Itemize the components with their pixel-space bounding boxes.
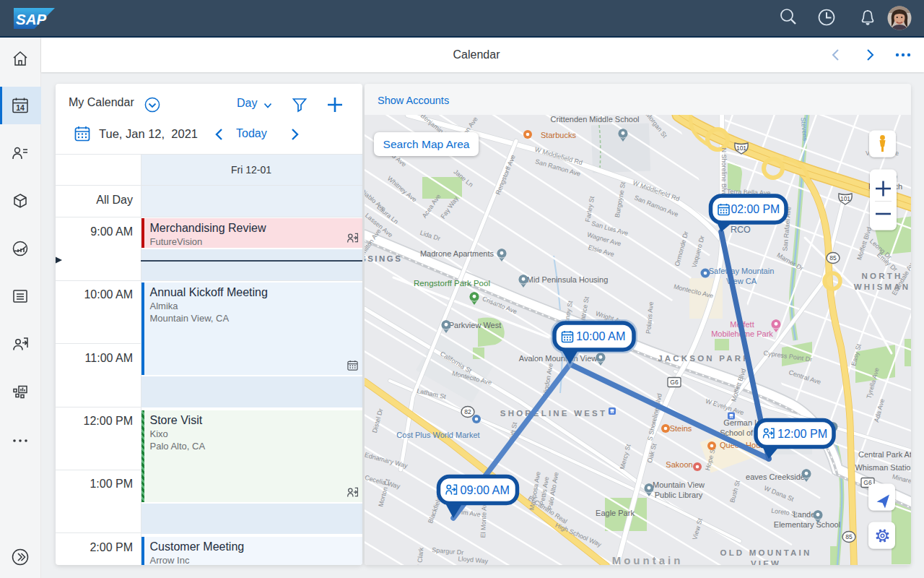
svg-text:Madrone Apartments: Madrone Apartments <box>420 249 494 258</box>
svg-text:SHORELINE WEST: SHORELINE WEST <box>500 409 607 418</box>
svg-text:NORTH: NORTH <box>862 272 903 280</box>
svg-text:Avalon Mountain View: Avalon Mountain View <box>519 354 597 363</box>
svg-text:G6: G6 <box>670 379 679 386</box>
svg-text:Safeway Mountain: Safeway Mountain <box>709 267 775 275</box>
svg-text:09:00 AM: 09:00 AM <box>461 483 510 496</box>
svg-text:El Monte Ave: El Monte Ave <box>479 499 488 538</box>
svg-text:Public Library: Public Library <box>655 491 703 499</box>
svg-text:Elementary School: Elementary School <box>774 520 840 529</box>
svg-text:Eagle Park: Eagle Park <box>596 509 635 517</box>
svg-text:Central Park At: Central Park At <box>858 450 911 459</box>
svg-text:14: 14 <box>16 103 25 112</box>
svg-text:10:00 AM: 10:00 AM <box>576 329 625 342</box>
svg-text:Whisman Station: Whisman Station <box>855 463 911 472</box>
svg-text:Mountain View: Mountain View <box>653 480 705 489</box>
svg-text:Mountain: Mountain <box>612 554 684 565</box>
svg-text:OLD MOUNTAIN: OLD MOUNTAIN <box>720 548 812 557</box>
svg-text:02:00 PM: 02:00 PM <box>731 203 780 215</box>
svg-text:12:00 PM: 12:00 PM <box>777 426 827 439</box>
svg-text:101: 101 <box>840 195 850 202</box>
svg-text:Rengstorff Park Pool: Rengstorff Park Pool <box>414 279 490 288</box>
svg-text:N Clark: N Clark <box>416 546 425 564</box>
svg-text:VIEW: VIEW <box>751 559 781 565</box>
svg-text:eaves Creekside: eaves Creekside <box>746 473 805 481</box>
svg-text:RCO: RCO <box>731 225 751 235</box>
svg-text:Crittenden Middle School: Crittenden Middle School <box>551 115 640 124</box>
svg-text:Mid Peninsula Housing: Mid Peninsula Housing <box>527 275 609 284</box>
svg-text:SSINGS: SSINGS <box>365 254 402 263</box>
svg-text:Steins: Steins <box>670 424 692 433</box>
svg-text:SAP: SAP <box>16 11 46 27</box>
svg-text:JACKSON PARK: JACKSON PARK <box>658 354 751 363</box>
svg-text:101: 101 <box>736 144 746 152</box>
svg-text:85: 85 <box>829 254 837 262</box>
svg-text:Starbucks: Starbucks <box>541 131 576 139</box>
svg-text:85: 85 <box>845 533 853 540</box>
svg-text:Cost Plus World Market: Cost Plus World Market <box>396 431 479 439</box>
svg-text:Sakoon: Sakoon <box>666 460 692 469</box>
svg-text:82: 82 <box>464 408 471 415</box>
svg-text:Parkview West: Parkview West <box>449 321 502 329</box>
